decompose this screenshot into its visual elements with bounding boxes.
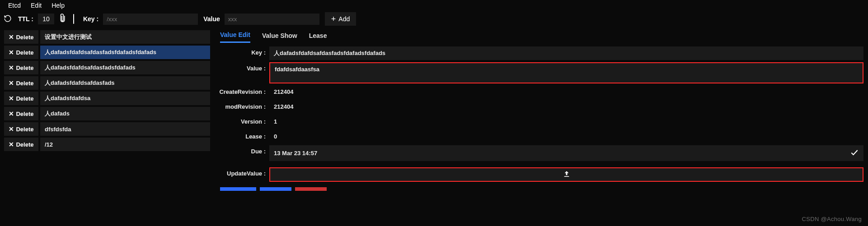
delete-label: Delete (16, 141, 33, 148)
action-btn-2[interactable] (260, 187, 291, 191)
action-btn-1[interactable] (220, 187, 256, 191)
delete-button[interactable]: ✕Delete (4, 61, 38, 74)
delete-button[interactable]: ✕Delete (4, 107, 38, 120)
list-row[interactable]: ✕Delete人dafadsfdafdsafdasfadsfdafadsfdaf… (4, 46, 210, 59)
delete-label: Delete (16, 126, 33, 133)
detail-key-label: Key : (218, 46, 269, 56)
mod-rev-value: 212404 (269, 101, 863, 113)
add-button[interactable]: + Add (325, 12, 356, 26)
list-item-text[interactable]: /12 (40, 138, 210, 151)
delete-button[interactable]: ✕Delete (4, 46, 38, 59)
create-rev-label: CreateRevision : (218, 86, 269, 95)
list-item-text[interactable]: 人dafads (40, 107, 210, 120)
detail-key-value: 人dafadsfdafdsafdasfadsfdafadsfdafads (269, 46, 863, 60)
delete-button[interactable]: ✕Delete (4, 30, 38, 44)
update-button[interactable] (269, 167, 863, 182)
watermark: CSDN @Achou.Wang (802, 216, 862, 222)
close-icon: ✕ (9, 64, 14, 71)
close-icon: ✕ (9, 49, 14, 56)
detail-value-label: Value : (218, 62, 269, 72)
delete-label: Delete (16, 95, 33, 102)
value-input[interactable] (225, 14, 319, 25)
list-row[interactable]: ✕Deletedfsfdsfda (4, 122, 210, 136)
add-label: Add (338, 15, 350, 23)
action-btn-3[interactable] (295, 187, 327, 191)
lease-value: 0 (269, 130, 863, 143)
lease-label: Lease : (218, 130, 269, 140)
due-label: Due : (218, 145, 269, 155)
due-field[interactable]: 13 Mar 23 14:57 (269, 145, 863, 161)
update-label: UpdateValue : (218, 167, 269, 177)
list-row[interactable]: ✕Delete/12 (4, 138, 210, 151)
value-label: Value (203, 15, 220, 23)
close-icon: ✕ (9, 125, 14, 133)
detail-value-field[interactable]: fdafdsafdaasfsa (269, 62, 863, 83)
key-label: Key : (83, 15, 99, 23)
check-icon[interactable] (850, 148, 859, 158)
menu-edit[interactable]: Edit (31, 2, 42, 9)
tab-value-edit[interactable]: Value Edit (220, 31, 250, 43)
list-row[interactable]: ✕Delete人dafadsfdafdsafdasfadsfdafads (4, 61, 210, 74)
delete-button[interactable]: ✕Delete (4, 92, 38, 105)
tab-lease[interactable]: Lease (309, 32, 327, 42)
delete-button[interactable]: ✕Delete (4, 122, 38, 136)
action-bar (220, 187, 863, 191)
delete-label: Delete (16, 80, 33, 87)
menu-help[interactable]: Help (52, 2, 65, 9)
delete-label: Delete (16, 65, 33, 71)
close-icon: ✕ (9, 79, 14, 87)
list-item-text[interactable]: 人dafadsfdafdsa (40, 92, 210, 105)
close-icon: ✕ (9, 110, 14, 117)
close-icon: ✕ (9, 141, 14, 148)
close-icon: ✕ (9, 95, 14, 102)
delete-button[interactable]: ✕Delete (4, 138, 38, 151)
tab-value-show[interactable]: Value Show (262, 32, 297, 42)
list-item-text[interactable]: 设置中文进行测试 (40, 30, 210, 44)
refresh-icon[interactable] (4, 14, 12, 24)
delete-label: Delete (16, 34, 33, 41)
create-rev-value: 212404 (269, 86, 863, 98)
list-row[interactable]: ✕Delete人dafads (4, 107, 210, 120)
list-item-text[interactable]: 人dafadsfdafdsafdasfadsfdafadsfdafads (40, 46, 210, 59)
separator (73, 14, 74, 24)
delete-label: Delete (16, 49, 33, 56)
list-item-text[interactable]: 人dafadsfdafdsafdasfadsfdafads (40, 61, 210, 74)
upload-icon (563, 170, 571, 180)
mod-rev-label: modRevision : (218, 101, 269, 110)
version-label: Version : (218, 115, 269, 125)
delete-label: Delete (16, 111, 33, 117)
key-list: ✕Delete设置中文进行测试✕Delete人dafadsfdafdsafdas… (0, 28, 213, 191)
list-item-text[interactable]: dfsfdsfda (40, 122, 210, 136)
plus-icon: + (331, 15, 336, 23)
delete-button[interactable]: ✕Delete (4, 76, 38, 90)
due-value: 13 Mar 23 14:57 (274, 150, 317, 157)
attach-icon[interactable] (58, 14, 67, 24)
list-row[interactable]: ✕Delete人dafadsfdafdsafdasfads (4, 76, 210, 90)
svg-rect-0 (564, 176, 569, 177)
list-item-text[interactable]: 人dafadsfdafdsafdasfads (40, 76, 210, 90)
close-icon: ✕ (9, 33, 14, 41)
list-row[interactable]: ✕Delete人dafadsfdafdsa (4, 92, 210, 105)
list-row[interactable]: ✕Delete设置中文进行测试 (4, 30, 210, 44)
version-value: 1 (269, 115, 863, 128)
menu-etcd[interactable]: Etcd (8, 2, 21, 9)
ttl-input[interactable] (38, 14, 54, 24)
key-input[interactable] (103, 14, 198, 25)
ttl-label: TTL : (18, 15, 33, 23)
